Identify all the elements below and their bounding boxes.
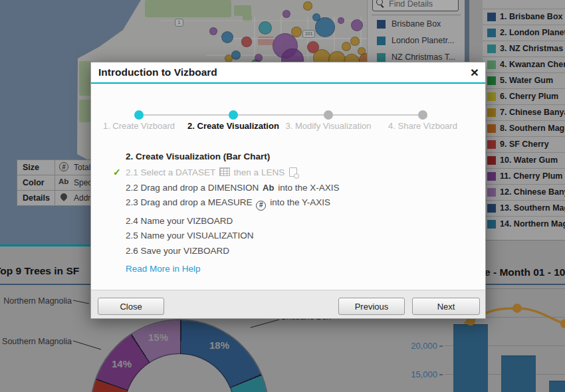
- checklist-text: then a LENS: [234, 167, 285, 177]
- close-icon[interactable]: ×: [471, 63, 479, 82]
- checklist-item: 2.6 Save your VIZBOARD: [126, 246, 471, 256]
- checklist-item: 2.4 Name your VIZBOARD: [126, 216, 471, 226]
- dimension-ab-icon: Ab: [263, 183, 274, 193]
- checklist-text: 2.6 Save your VIZBOARD: [126, 246, 229, 256]
- step-label-3: 3. Modify Visualization: [279, 121, 378, 131]
- close-button[interactable]: Close: [98, 298, 164, 315]
- checklist-text: 2.3 Drag and drop a MEASURE: [126, 197, 253, 207]
- step-label-2: 2. Create Visualization: [183, 121, 283, 131]
- checklist-text: 2.1 Select a DATASET: [126, 167, 215, 177]
- intro-vizboard-modal: Introduction to Vizboard × 1. Create Viz…: [90, 62, 486, 319]
- modal-title: Introduction to Vizboard: [98, 66, 217, 78]
- checklist-item: 2.3 Drag and drop a MEASURE # into the Y…: [126, 197, 471, 211]
- app-page: 1 101 Brisbane Box London Planetr... NZ …: [0, 0, 565, 392]
- checklist-text: 2.5 Name your VISUALIZATION: [126, 231, 254, 241]
- lens-icon: [289, 167, 297, 177]
- measure-hash-icon: #: [256, 201, 266, 211]
- step-label-4: 4. Share Vizboard: [373, 121, 473, 131]
- modal-header: Introduction to Vizboard ×: [91, 62, 485, 84]
- checklist-text: into the X-AXIS: [278, 183, 339, 193]
- progress-track: [139, 114, 423, 116]
- next-button[interactable]: Next: [412, 298, 480, 315]
- step-dot-4: [418, 110, 427, 120]
- step-dot-1: [134, 110, 144, 120]
- previous-button[interactable]: Previous: [338, 298, 405, 315]
- checklist-item: ✓ 2.1 Select a DATASET then a LENS: [126, 167, 471, 177]
- modal-footer: Close Previous Next: [91, 290, 485, 318]
- section-heading: 2. Create Visualization (Bar Chart): [126, 151, 471, 161]
- checklist-text: 2.2 Drag and drop a DIMENSION: [126, 183, 259, 193]
- checklist-item: 2.5 Name your VISUALIZATION: [126, 231, 471, 241]
- checklist-item: 2.2 Drag and drop a DIMENSION Ab into th…: [126, 183, 471, 193]
- step-dot-3: [324, 110, 333, 120]
- dataset-table-icon: [219, 167, 230, 176]
- checklist-text: 2.4 Name your VIZBOARD: [126, 216, 233, 226]
- read-more-link[interactable]: Read More in Help: [126, 264, 471, 274]
- checklist-text: into the Y-AXIS: [270, 197, 330, 207]
- step-label-1: 1. Create Vizboard: [89, 121, 189, 131]
- step-dot-2: [229, 110, 238, 120]
- check-icon: ✓: [113, 167, 121, 177]
- modal-body: 2. Create Visualization (Bar Chart) ✓ 2.…: [126, 151, 471, 274]
